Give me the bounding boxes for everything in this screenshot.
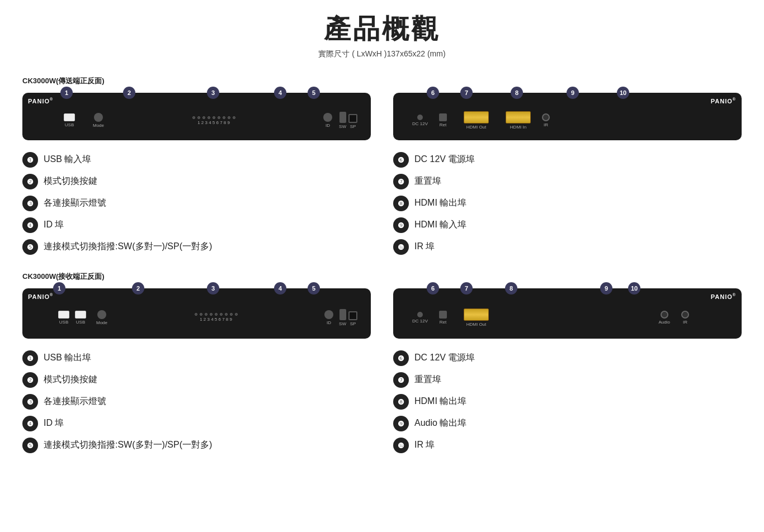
- rcv-feature-4: ❹ ID 埠: [22, 415, 371, 431]
- rcv-mode-visual: [97, 310, 106, 319]
- panio-logo-left: PANIO: [28, 97, 53, 104]
- usb-port-visual: [64, 113, 75, 121]
- sw-btn-visual: [339, 112, 346, 123]
- rcv-id-group: ID: [324, 310, 333, 325]
- rcv-ret-group: Ret: [439, 311, 447, 325]
- rcv-feature-text-4: ID 埠: [44, 415, 64, 431]
- rcv-audio-visual: [661, 311, 668, 319]
- rcv-mode-group: Mode: [96, 310, 107, 325]
- sender-feature-1: ❶ USB 輸入埠: [22, 151, 371, 168]
- rcv-back-feature-8: ❽ HDMI 輸出埠: [393, 393, 742, 410]
- badge-8: 8: [511, 87, 523, 99]
- rcv-back-feature-text-6: DC 12V 電源埠: [414, 350, 475, 365]
- rcv-led-row: [195, 313, 238, 316]
- usb-port-group: USB: [64, 113, 75, 127]
- ret-btn-visual: [439, 113, 447, 121]
- rcv-badge-6: 6: [427, 282, 439, 294]
- rcv-swsp-group: SW SP: [339, 309, 357, 326]
- sender-label: CK3000W(傳送端正反面): [22, 76, 371, 86]
- sender-feature-2: ❷ 模式切換按鍵: [22, 173, 371, 189]
- ret-port-group: Ret: [439, 113, 447, 127]
- rcv-badge-4: 4: [274, 282, 286, 294]
- hdmi-in-label: HDMI In: [510, 125, 526, 130]
- rcv-sw-visual: [339, 309, 346, 320]
- rcv-back-feature-text-7: 重置埠: [414, 372, 441, 387]
- rcv-hdmi-out-group: HDMI Out: [464, 308, 489, 327]
- rcv-circle-6: ❻: [393, 350, 409, 366]
- sender-back-feature-8: ❽ HDMI 輸出埠: [393, 195, 742, 211]
- mode-btn-group: Mode: [93, 113, 104, 128]
- rcv-usb1-group: USB: [58, 311, 69, 325]
- feature-text-5: 連接模式切換指撥:SW(多對一)/SP(一對多): [44, 239, 212, 254]
- sp-btn-visual: [348, 114, 357, 123]
- rcv-mode-label: Mode: [96, 320, 107, 325]
- ret-label: Ret: [440, 122, 446, 127]
- rcv-circle-3: ❸: [22, 394, 38, 410]
- rcv-usb1-visual: [58, 311, 69, 319]
- rcv-back-feature-text-8: HDMI 輸出埠: [414, 393, 466, 409]
- swsp-group: SW SP: [339, 112, 357, 129]
- rcv-circle-8: ❽: [393, 394, 409, 410]
- page-subtitle: 實際尺寸 ( LxWxH )137x65x22 (mm): [22, 49, 742, 59]
- rcv-usb1-label: USB: [59, 320, 68, 325]
- rcv-back-feature-7: ❼ 重置埠: [393, 372, 742, 388]
- sender-section: CK3000W(傳送端正反面) PANIO 1 2 3 4 5: [22, 76, 742, 260]
- page-title: 產品概觀: [22, 11, 742, 47]
- usb-port-label: USB: [65, 122, 74, 127]
- receiver-panio-logo-left: PANIO: [28, 293, 53, 300]
- sp-label: SP: [350, 124, 356, 129]
- rcv-dc-visual: [417, 312, 423, 317]
- rcv-hdmi-out-visual: [464, 308, 489, 321]
- rcv-id-visual: [324, 310, 333, 319]
- circle-3: ❸: [22, 196, 38, 211]
- feature-text-3: 各連接顯示燈號: [44, 195, 106, 211]
- rcv-hdmi-out-label: HDMI Out: [466, 322, 487, 327]
- circle-9: ❾: [393, 217, 409, 233]
- sender-back-feature-7: ❼ 重置埠: [393, 173, 742, 189]
- rcv-panio-logo-right: PANIO: [711, 293, 736, 300]
- id-port-group: ID: [323, 113, 332, 128]
- badge-10: 10: [617, 87, 629, 99]
- mode-btn-visual: [94, 113, 103, 122]
- rcv-back-feature-6: ❻ DC 12V 電源埠: [393, 350, 742, 366]
- rcv-led-numbers: 1 2 3 4 5 6 7 8 9: [200, 317, 232, 322]
- rcv-feature-text-1: USB 輸出埠: [44, 350, 91, 365]
- hdmi-out-visual: [464, 111, 489, 124]
- rcv-circle-9: ❾: [393, 416, 409, 431]
- rcv-audio-label: Audio: [659, 320, 670, 325]
- badge-4: 4: [274, 87, 286, 99]
- dc-label: DC 12V: [412, 121, 428, 126]
- hdmi-out-group: HDMI Out: [464, 111, 489, 130]
- sender-back-feature-6: ❻ DC 12V 電源埠: [393, 151, 742, 168]
- ir-port-visual: [542, 113, 550, 121]
- badge-2: 2: [123, 87, 135, 99]
- sender-feature-4: ❹ ID 埠: [22, 217, 371, 233]
- rcv-sp-label: SP: [350, 321, 356, 326]
- badge-1: 1: [60, 87, 73, 99]
- rcv-circle-10: ❿: [393, 438, 409, 453]
- led-row-visual: [192, 116, 235, 119]
- dc-port-visual: [417, 115, 423, 120]
- receiver-back-device: 6 7 8 9 10 PANIO DC 12V: [393, 288, 742, 339]
- rcv-led-group: 1 2 3 4 5 6 7 8 9: [116, 313, 315, 322]
- receiver-label: CK3000W(接收端正反面): [22, 272, 371, 282]
- receiver-back-features: ❻ DC 12V 電源埠 ❼ 重置埠 ❽ HDMI 輸出埠 ❾ Audio 輸出…: [393, 350, 742, 453]
- sender-back-features: ❻ DC 12V 電源埠 ❼ 重置埠 ❽ HDMI 輸出埠 ❾ HDMI 輸入埠…: [393, 151, 742, 255]
- rcv-feature-1: ❶ USB 輸出埠: [22, 350, 371, 366]
- circle-7: ❼: [393, 174, 409, 189]
- sender-back-feature-9: ❾ HDMI 輸入埠: [393, 217, 742, 233]
- rcv-feature-5: ❺ 連接模式切換指撥:SW(多對一)/SP(一對多): [22, 437, 371, 453]
- sender-front-device: PANIO 1 2 3 4 5 USB: [22, 93, 371, 140]
- rcv-badge-8: 8: [505, 282, 517, 294]
- rcv-ir-visual: [681, 311, 689, 319]
- id-btn-visual: [323, 113, 332, 122]
- rcv-ret-visual: [439, 311, 447, 319]
- badge-9: 9: [567, 87, 579, 99]
- rcv-dc-group: DC 12V: [412, 312, 428, 324]
- rcv-usb2-group: USB: [75, 311, 86, 325]
- hdmi-in-group: HDMI In: [506, 111, 531, 130]
- circle-4: ❹: [22, 217, 38, 233]
- rcv-back-feature-9: ❾ Audio 輸出埠: [393, 415, 742, 431]
- rcv-feature-2: ❷ 模式切換按鍵: [22, 372, 371, 388]
- rcv-back-feature-text-9: Audio 輸出埠: [414, 415, 466, 431]
